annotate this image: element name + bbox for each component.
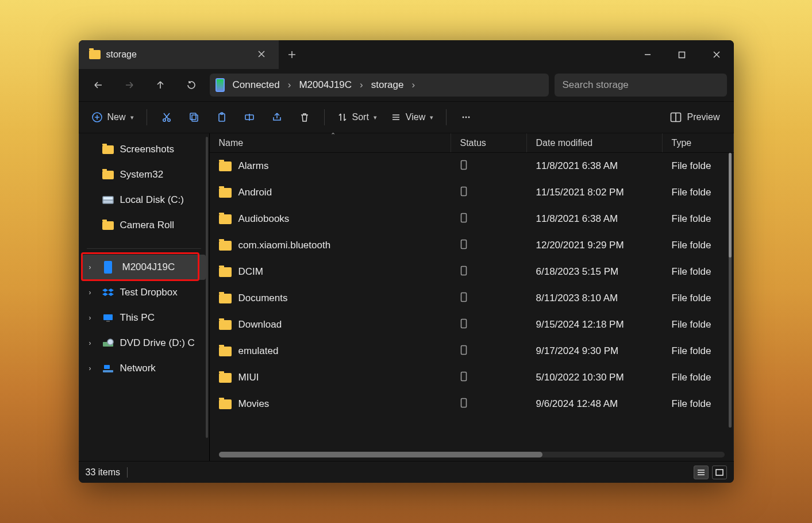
file-list: ⌃ Name Status Date modified Type Alarms1… — [210, 133, 734, 461]
preview-toggle[interactable]: Preview — [663, 106, 727, 129]
table-row[interactable]: Download9/15/2024 12:18 PMFile folde — [210, 312, 734, 338]
refresh-button[interactable] — [179, 74, 204, 97]
svg-point-9 — [463, 117, 464, 118]
sort-button[interactable]: Sort ▾ — [332, 106, 383, 129]
chevron-right-icon: › — [360, 79, 363, 91]
svg-point-2 — [163, 119, 165, 121]
back-button[interactable] — [86, 74, 111, 97]
tab-close-button[interactable] — [255, 47, 268, 63]
svg-rect-30 — [461, 398, 466, 407]
new-button[interactable]: New ▾ — [86, 106, 140, 129]
up-button[interactable] — [148, 74, 173, 97]
table-row[interactable]: Android11/15/2021 8:02 PMFile folde — [210, 179, 734, 206]
tab-storage[interactable]: storage — [79, 40, 279, 69]
svg-rect-19 — [104, 365, 110, 369]
sidebar-item-this-pc[interactable]: ›This PC — [79, 305, 209, 330]
file-name: DCIM — [238, 266, 263, 278]
column-status[interactable]: Status — [451, 133, 527, 152]
phone-status-icon — [460, 186, 467, 197]
copy-button[interactable] — [182, 106, 207, 129]
preview-label: Preview — [687, 112, 720, 122]
file-type: File folde — [663, 319, 734, 330]
scrollbar[interactable] — [206, 137, 208, 438]
sidebar-item-test-dropbox[interactable]: ›Test Dropbox — [79, 280, 209, 305]
forward-button[interactable] — [117, 74, 142, 97]
file-type: File folde — [663, 398, 734, 410]
folder-icon — [89, 50, 101, 59]
file-name: emulated — [238, 345, 279, 357]
column-type[interactable]: Type — [663, 133, 734, 152]
sidebar-item-dvd-drive-d-c[interactable]: ›DVD Drive (D:) C — [79, 330, 209, 356]
details-view-button[interactable] — [694, 466, 709, 479]
breadcrumb-segment[interactable]: storage — [367, 79, 409, 91]
folder-icon — [219, 161, 232, 171]
date-modified: 5/10/2022 10:30 PM — [527, 372, 663, 383]
date-modified: 8/11/2023 8:10 AM — [527, 293, 663, 304]
folder-icon — [219, 241, 232, 251]
breadcrumb-segment[interactable]: Connected — [228, 79, 284, 91]
close-button[interactable] — [699, 40, 734, 69]
svg-rect-20 — [103, 370, 113, 372]
date-modified: 9/6/2024 12:48 AM — [527, 398, 663, 410]
chevron-down-icon: ▾ — [430, 114, 433, 121]
paste-button[interactable] — [209, 106, 234, 129]
svg-rect-24 — [461, 240, 466, 248]
expand-icon[interactable]: › — [84, 364, 96, 372]
table-row[interactable]: com.xiaomi.bluetooth12/20/2021 9:29 PMFi… — [210, 232, 734, 259]
breadcrumb-segment[interactable]: M2004J19C — [294, 79, 356, 91]
folder-icon — [219, 267, 232, 277]
item-count: 33 items — [86, 467, 120, 478]
sidebar-item[interactable]: Screenshots — [79, 137, 209, 162]
sidebar-item[interactable]: Camera Roll — [79, 213, 209, 238]
breadcrumb[interactable]: Connected › M2004J19C › storage › — [210, 74, 549, 97]
cut-button[interactable] — [154, 106, 179, 129]
expand-icon[interactable]: › — [84, 314, 96, 322]
view-mode-toggle — [694, 466, 727, 479]
sidebar-item[interactable]: System32 — [79, 162, 209, 187]
expand-icon[interactable]: › — [84, 289, 96, 297]
table-row[interactable]: Documents8/11/2023 8:10 AMFile folde — [210, 285, 734, 312]
more-button[interactable] — [453, 106, 479, 129]
view-button[interactable]: View ▾ — [385, 106, 439, 129]
sidebar-item-label: This PC — [120, 312, 155, 324]
date-modified: 11/8/2021 6:38 AM — [527, 213, 663, 225]
svg-rect-4 — [192, 115, 198, 121]
delete-button[interactable] — [292, 106, 317, 129]
file-explorer-window: storage Connected › M2004J19C › storage … — [79, 40, 734, 483]
svg-rect-15 — [103, 314, 113, 320]
table-row[interactable]: Audiobooks11/8/2021 6:38 AMFile folde — [210, 206, 734, 232]
thumbnails-view-button[interactable] — [712, 466, 727, 479]
file-type: File folde — [663, 213, 734, 225]
date-modified: 11/8/2021 6:38 AM — [527, 160, 663, 172]
rename-button[interactable] — [237, 106, 262, 129]
new-tab-button[interactable] — [279, 40, 305, 69]
folder-icon — [219, 214, 232, 224]
maximize-button[interactable] — [665, 40, 699, 69]
expand-icon[interactable]: › — [84, 339, 96, 347]
sidebar-item-network[interactable]: ›Network — [79, 356, 209, 381]
file-name: com.xiaomi.bluetooth — [238, 240, 331, 251]
table-row[interactable]: Alarms11/8/2021 6:38 AMFile folde — [210, 153, 734, 179]
table-row[interactable]: emulated9/17/2024 9:30 PMFile folde — [210, 338, 734, 364]
new-button-label: New — [107, 112, 126, 122]
horizontal-scrollbar[interactable] — [219, 452, 725, 457]
svg-point-3 — [167, 119, 170, 121]
table-row[interactable]: Movies9/6/2024 12:48 AMFile folde — [210, 391, 734, 417]
table-row[interactable]: MIUI5/10/2022 10:30 PMFile folde — [210, 364, 734, 391]
sidebar-item[interactable]: Local Disk (C:) — [79, 187, 209, 213]
table-row[interactable]: DCIM6/18/2023 5:15 PMFile folde — [210, 259, 734, 285]
file-name: Audiobooks — [238, 213, 290, 225]
vertical-scrollbar[interactable] — [729, 153, 732, 428]
share-button[interactable] — [264, 106, 290, 129]
svg-point-10 — [465, 117, 467, 118]
search-input[interactable]: Search storage — [555, 74, 727, 97]
column-date[interactable]: Date modified — [527, 133, 663, 152]
sidebar-item-label: System32 — [120, 169, 164, 180]
minimize-button[interactable] — [630, 40, 665, 69]
folder-icon — [102, 145, 114, 154]
file-name: MIUI — [238, 372, 259, 383]
body: ScreenshotsSystem32Local Disk (C:)Camera… — [79, 133, 734, 461]
svg-rect-6 — [219, 114, 225, 121]
chevron-down-icon: ▾ — [130, 114, 134, 121]
file-type: File folde — [663, 372, 734, 383]
